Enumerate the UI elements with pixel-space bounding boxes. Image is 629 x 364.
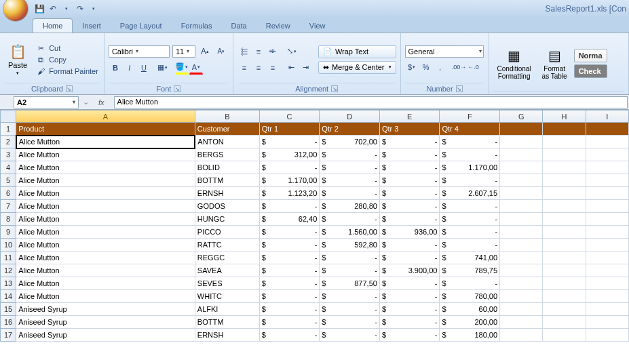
cell[interactable]: $- xyxy=(379,303,440,316)
shrink-font-button[interactable]: A▾ xyxy=(214,45,228,58)
cell[interactable] xyxy=(586,148,628,161)
format-as-table-button[interactable]: ▤ Format as Table xyxy=(538,46,571,81)
font-color-button[interactable]: A xyxy=(189,61,203,75)
cell[interactable] xyxy=(543,290,586,303)
cell[interactable]: $62,40 xyxy=(259,213,320,226)
cell[interactable]: Alice Mutton xyxy=(16,213,195,226)
cell[interactable]: SEVES xyxy=(195,277,259,290)
dropdown-icon[interactable]: ⌄ xyxy=(83,98,89,106)
cell[interactable]: $- xyxy=(379,213,440,226)
cell[interactable] xyxy=(543,136,586,148)
cell[interactable]: $780,00 xyxy=(440,290,500,303)
tab-insert[interactable]: Insert xyxy=(73,19,111,33)
cell[interactable]: $312,00 xyxy=(259,148,320,161)
style-normal[interactable]: Norma xyxy=(574,49,607,62)
cell[interactable]: $- xyxy=(379,239,440,251)
cell[interactable] xyxy=(500,303,543,316)
cell[interactable] xyxy=(543,277,586,290)
font-size-combo[interactable]: 11▾ xyxy=(172,45,195,58)
cell[interactable] xyxy=(586,277,628,290)
cell[interactable]: $60,00 xyxy=(440,303,500,316)
cell[interactable]: Alice Mutton xyxy=(16,251,195,264)
cell[interactable]: $592,80 xyxy=(320,239,380,251)
cell[interactable] xyxy=(586,316,628,329)
redo-icon[interactable]: ↷ xyxy=(75,3,85,14)
cell[interactable]: $180,00 xyxy=(440,329,500,342)
cell[interactable]: BOTTM xyxy=(195,316,259,329)
tab-page-layout[interactable]: Page Layout xyxy=(111,19,172,33)
grow-font-button[interactable]: A▴ xyxy=(198,45,212,58)
cell[interactable]: Alice Mutton xyxy=(16,264,195,277)
row-header-12[interactable]: 12 xyxy=(1,264,16,277)
tab-view[interactable]: View xyxy=(300,19,335,33)
header-cell[interactable]: Qtr 1 xyxy=(259,123,320,136)
align-middle-button[interactable]: ≡ xyxy=(252,45,265,58)
cell[interactable]: $- xyxy=(379,200,440,213)
percent-button[interactable]: % xyxy=(419,60,433,74)
cell[interactable]: $- xyxy=(440,213,500,226)
cell[interactable]: $- xyxy=(259,239,320,251)
comma-button[interactable]: , xyxy=(434,60,447,74)
cell[interactable]: PICCO xyxy=(195,226,259,239)
cell[interactable]: Alice Mutton xyxy=(16,187,195,200)
cell[interactable]: $- xyxy=(259,251,320,264)
cell[interactable] xyxy=(586,329,628,342)
cell[interactable] xyxy=(586,136,628,148)
align-left-button[interactable]: ≡ xyxy=(237,61,251,75)
cell[interactable]: $- xyxy=(320,213,380,226)
italic-button[interactable]: I xyxy=(123,61,136,75)
header-cell[interactable]: Product xyxy=(16,123,195,136)
save-icon[interactable]: 💾 xyxy=(34,3,45,14)
cell[interactable]: $1.170,00 xyxy=(440,161,500,174)
cell[interactable]: Alice Mutton xyxy=(16,277,195,290)
cell[interactable]: $- xyxy=(440,226,500,239)
increase-decimal-button[interactable]: .00→ xyxy=(453,60,466,74)
cell[interactable]: $- xyxy=(379,290,440,303)
cell[interactable]: $- xyxy=(320,329,380,342)
col-header-G[interactable]: G xyxy=(500,110,543,123)
col-header-D[interactable]: D xyxy=(320,110,380,123)
cell[interactable]: $- xyxy=(320,264,380,277)
cell[interactable] xyxy=(586,174,628,187)
decrease-decimal-button[interactable]: ←.0 xyxy=(467,60,480,74)
paste-button[interactable]: 📋 Paste ▾ xyxy=(4,36,31,83)
col-header-B[interactable]: B xyxy=(195,110,259,123)
style-check[interactable]: Check xyxy=(574,64,607,78)
cell[interactable]: Alice Mutton xyxy=(16,136,195,148)
cell[interactable]: $- xyxy=(320,174,380,187)
cell[interactable]: ERNSH xyxy=(195,187,259,200)
align-right-button[interactable]: ≡ xyxy=(266,61,280,75)
cell[interactable]: Alice Mutton xyxy=(16,200,195,213)
cell[interactable] xyxy=(543,161,586,174)
merge-center-button[interactable]: ⬌Merge & Center▾ xyxy=(318,61,396,74)
cell[interactable]: $- xyxy=(320,290,380,303)
cell[interactable] xyxy=(586,161,628,174)
cell[interactable]: BOTTM xyxy=(195,174,259,187)
col-header-H[interactable]: H xyxy=(543,110,586,123)
cell[interactable] xyxy=(586,200,628,213)
cell[interactable]: $- xyxy=(379,316,440,329)
row-header-17[interactable]: 17 xyxy=(1,329,16,342)
alignment-launcher[interactable]: ↘ xyxy=(331,85,338,92)
cell[interactable] xyxy=(586,303,628,316)
fill-color-button[interactable]: 🪣 xyxy=(175,61,189,75)
cell[interactable]: ANTON xyxy=(195,136,259,148)
cell[interactable] xyxy=(586,226,628,239)
cell[interactable] xyxy=(586,187,628,200)
cell[interactable]: $936,00 xyxy=(379,226,440,239)
cell[interactable]: $- xyxy=(379,187,440,200)
tab-data[interactable]: Data xyxy=(221,19,256,33)
cell[interactable]: Aniseed Syrup xyxy=(16,329,195,342)
cell[interactable] xyxy=(543,226,586,239)
cell[interactable]: Alice Mutton xyxy=(16,148,195,161)
undo-more-icon[interactable]: ▾ xyxy=(61,3,72,14)
cell[interactable] xyxy=(500,226,543,239)
cell[interactable]: $1.560,00 xyxy=(320,226,380,239)
cell[interactable]: BERGS xyxy=(195,148,259,161)
cell[interactable] xyxy=(586,213,628,226)
tab-review[interactable]: Review xyxy=(256,19,300,33)
cell[interactable] xyxy=(586,251,628,264)
cell[interactable]: Aniseed Syrup xyxy=(16,316,195,329)
border-button[interactable]: ▦ xyxy=(156,61,170,75)
cell[interactable]: $- xyxy=(440,148,500,161)
